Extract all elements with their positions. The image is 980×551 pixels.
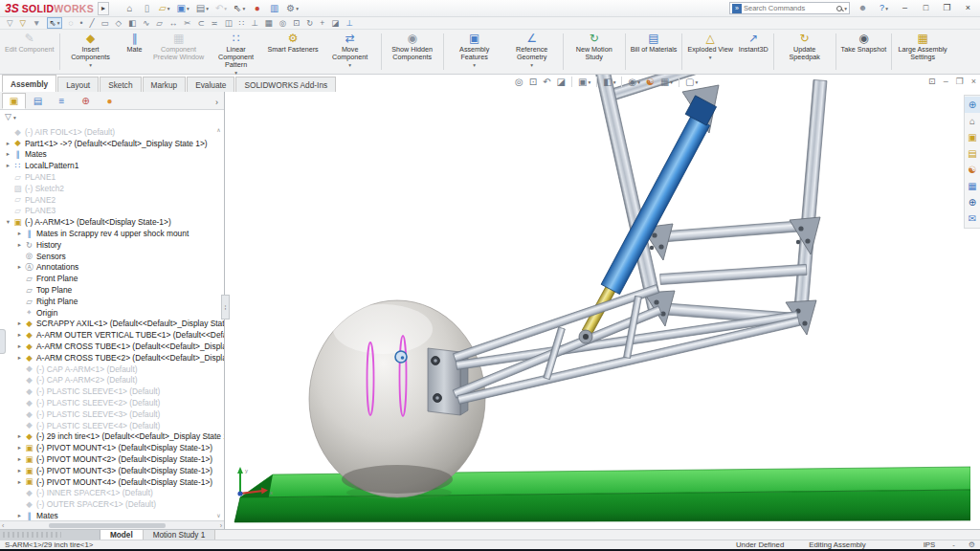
expander-icon[interactable]: ▸: [15, 263, 24, 271]
tree-item[interactable]: ▸◆A-ARM CROSS TUBE<2> (Default<<Default>…: [0, 352, 224, 364]
shock-eye-mount[interactable]: [579, 330, 592, 343]
tree-item[interactable]: ◆(-) PLASTIC SLEEVE<3> (Default): [0, 408, 224, 420]
tree-item[interactable]: ▸▣(-) PIVOT MOUNT<3> (Default<Display St…: [0, 465, 224, 476]
close-doc-button[interactable]: ×: [971, 77, 976, 86]
mate-ribbon-button[interactable]: ∥Mate: [120, 31, 150, 73]
expander-icon[interactable]: ▸: [4, 140, 12, 147]
graphics-viewport[interactable]: y x ⊕⌂▣▤☯▦⊕✉: [225, 92, 980, 529]
doc-tab-motion-study-1[interactable]: Motion Study 1: [144, 530, 216, 540]
tab-solidworks-add-ins[interactable]: SOLIDWORKS Add-Ins: [235, 77, 336, 92]
filter-edges-button[interactable]: ▽: [19, 19, 28, 28]
show-hidden-ribbon-button[interactable]: ◉Show Hidden Components: [384, 31, 441, 73]
expander-icon[interactable]: ▸: [15, 320, 24, 327]
trim-button[interactable]: ✂: [183, 19, 191, 28]
tree-item[interactable]: ◆(-) AIR FOIL<1> (Default): [0, 126, 224, 138]
help-button[interactable]: ?▾: [877, 1, 891, 15]
maximize-button[interactable]: □: [919, 1, 933, 15]
new-motion-study-ribbon-button[interactable]: ↻New Motion Study: [566, 31, 623, 73]
minimize-button[interactable]: –: [898, 1, 912, 15]
tree-item[interactable]: ◎Sensors: [0, 251, 224, 262]
menu-flyout-arrow[interactable]: ▸: [98, 2, 109, 15]
expander-icon[interactable]: ▸: [15, 354, 24, 362]
forum-tab[interactable]: ✉: [965, 210, 980, 227]
sketch-polygon-button[interactable]: ◇: [115, 19, 123, 28]
smart-fasteners-ribbon-button[interactable]: ⚙Smart Fasteners: [265, 31, 322, 73]
tree-scrollbar[interactable]: ∧∨: [214, 126, 223, 518]
tree-item[interactable]: ▸▣(-) PIVOT MOUNT<2> (Default<Display St…: [0, 453, 224, 465]
tree-item[interactable]: ◆(-) PLASTIC SLEEVE<1> (Default): [0, 386, 224, 397]
undo-button[interactable]: ↶▾: [213, 1, 229, 15]
tree-item[interactable]: ▨(-) Sketch2: [0, 183, 224, 194]
lasso-button[interactable]: ◌: [67, 19, 74, 28]
filter-faces-button[interactable]: ▼: [32, 19, 41, 28]
filter-dropdown-icon[interactable]: ▾: [13, 115, 16, 121]
expander-icon[interactable]: ▸: [15, 230, 24, 237]
large-assembly-settings-ribbon-button[interactable]: ▦Large Assembly Settings: [894, 31, 951, 73]
section-button[interactable]: ◪: [330, 19, 340, 28]
tree-item[interactable]: ◆(-) CAP A-ARM<1> (Default): [0, 364, 224, 375]
tree-item[interactable]: ▸∥Mates: [0, 149, 224, 161]
panel-tab-propertymanager[interactable]: ▤: [26, 93, 50, 109]
sketch-line-button[interactable]: ╱: [88, 19, 95, 28]
zoom-fit-button[interactable]: ◎: [278, 19, 287, 28]
assembly-features-ribbon-button[interactable]: ▣Assembly Features▾: [446, 31, 503, 73]
tree-item[interactable]: ◆(-) PLASTIC SLEEVE<4> (Default): [0, 420, 224, 431]
relations-button[interactable]: ⊥: [250, 19, 258, 28]
filter-vertices-button[interactable]: ▽: [6, 19, 14, 28]
file-explorer-tab[interactable]: ▤: [965, 145, 980, 162]
doc-tab-model[interactable]: Model: [100, 530, 144, 540]
expander-icon[interactable]: ▸: [15, 432, 24, 440]
hide-show-items-button[interactable]: ◉▾: [628, 77, 640, 87]
tree-item[interactable]: ▸◆Part1<1> ->? (Default<<Default>_Displa…: [0, 138, 224, 149]
scroll-up-icon[interactable]: ∧: [216, 126, 220, 133]
tree-item[interactable]: ▸∥Mates in Scrappy rev 4 upper shock mou…: [0, 228, 224, 239]
tree-item[interactable]: ▸↻History: [0, 239, 224, 251]
move-component-ribbon-button[interactable]: ⇄Move Component▾: [322, 31, 379, 73]
panel-tab-displaymanager[interactable]: ●: [98, 93, 122, 109]
tree-item[interactable]: ▱Top Plane: [0, 284, 224, 296]
zoom-fit-button[interactable]: ◎: [515, 77, 523, 87]
save-button[interactable]: ▣▾: [175, 1, 191, 15]
tree-item[interactable]: ◆(-) OUTER SPACER<1> (Default): [0, 498, 224, 510]
close-button[interactable]: ×: [961, 1, 975, 15]
design-library-tab[interactable]: ▣: [965, 129, 980, 145]
options-gear-button[interactable]: ⚙▾: [284, 1, 301, 15]
picture-button[interactable]: ▦: [264, 19, 274, 28]
restore-doc-button[interactable]: ❐: [956, 77, 964, 86]
print-button[interactable]: ▤▾: [194, 1, 211, 15]
reference-geometry-ribbon-button[interactable]: ∠Reference Geometry▾: [503, 31, 561, 73]
expander-icon[interactable]: ▸: [15, 241, 24, 249]
bill-of-materials-ribbon-button[interactable]: ▤Bill of Materials: [628, 31, 680, 73]
dimension-button[interactable]: ↔: [168, 19, 179, 28]
custom-properties-tab[interactable]: ▦: [965, 178, 980, 194]
tree-item[interactable]: ▸◆SCRAPPY AXIL<1> (Default<<Default>_Dis…: [0, 319, 224, 330]
tab-evaluate[interactable]: Evaluate: [187, 77, 234, 92]
apply-scene-button[interactable]: ▦▾: [660, 77, 673, 87]
expander-icon[interactable]: ▾: [4, 218, 12, 226]
solidworks-resources-tab[interactable]: ⊕: [965, 97, 980, 113]
view-settings-button[interactable]: ▢▾: [685, 77, 698, 87]
expander-icon[interactable]: ▸: [4, 150, 12, 158]
minimize-doc-button[interactable]: –: [944, 77, 948, 86]
tree-item[interactable]: ▸◆(-) 29 inch tire<1> (Default<<Default>…: [0, 431, 224, 443]
expander-icon[interactable]: ▸: [15, 478, 24, 486]
panel-tab-featuremanager[interactable]: ▣: [2, 93, 26, 109]
offset-button[interactable]: ≍: [211, 19, 219, 28]
search-commands-box[interactable]: » ▾: [729, 2, 850, 14]
update-speedpak-ribbon-button[interactable]: ↻Update Speedpak: [776, 31, 834, 73]
units-toggle[interactable]: -: [952, 540, 955, 549]
new-document-button[interactable]: ▯: [140, 1, 154, 15]
tree-item[interactable]: ◆(-) INNER SPACER<1> (Default): [0, 488, 224, 499]
expander-icon[interactable]: ▸: [15, 331, 24, 339]
sketch-rect-button[interactable]: ▭: [100, 19, 110, 28]
section-view-button[interactable]: ◪: [557, 77, 566, 87]
expander-icon[interactable]: ▸: [15, 512, 24, 519]
open-folder-button[interactable]: ▱▾: [157, 1, 171, 15]
expander-icon[interactable]: ▸: [15, 467, 24, 474]
hscroll-thumb[interactable]: [49, 523, 166, 528]
appearances-tab[interactable]: ☯: [965, 162, 980, 178]
tree-item[interactable]: ▱PLANE2: [0, 194, 224, 206]
tree-item[interactable]: ⌖Origin: [0, 307, 224, 319]
gusset-plates[interactable]: [642, 85, 820, 335]
bottom-scrollbar[interactable]: [0, 530, 100, 540]
